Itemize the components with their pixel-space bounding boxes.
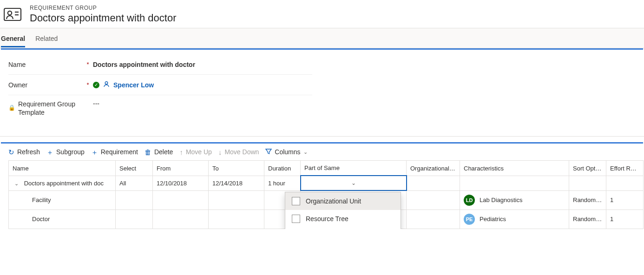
chevron-down-icon: ⌄ xyxy=(351,180,356,186)
field-row-name: Name * Doctors appointment with doctor xyxy=(8,54,312,75)
dropdown-option-location[interactable]: Location xyxy=(285,228,401,229)
part-of-same-dropdown[interactable]: Organizational Unit Resource Tree Locati… xyxy=(285,192,401,229)
cell-name[interactable]: Doctor xyxy=(9,210,116,229)
subgroup-label: Subgroup xyxy=(56,148,85,156)
col-effort[interactable]: Effort Require xyxy=(606,161,644,176)
tab-general[interactable]: General xyxy=(1,29,25,47)
cell-from[interactable]: 12/10/2018 xyxy=(153,176,209,190)
cell-to[interactable] xyxy=(209,190,264,210)
cell-org-unit[interactable] xyxy=(407,176,460,190)
col-select[interactable]: Select xyxy=(116,161,153,176)
cell-duration[interactable]: 1 hour xyxy=(264,176,301,190)
cell-characteristics[interactable]: LD Lab Diagnostics xyxy=(460,190,569,210)
delete-button[interactable]: 🗑 Delete xyxy=(145,148,173,156)
page-header: REQUIREMENT GROUP Doctors appointment wi… xyxy=(0,0,644,28)
entity-type-label: REQUIREMENT GROUP xyxy=(30,5,177,11)
checkbox-icon[interactable] xyxy=(292,215,300,223)
grid-row-root[interactable]: ⌄ Doctors appointment with doc All 12/10… xyxy=(9,176,644,190)
field-row-template: 🔒 Requirement Group Template --- xyxy=(8,95,312,117)
col-org-unit[interactable]: Organizational Unit xyxy=(407,161,460,176)
refresh-button[interactable]: ↻ Refresh xyxy=(8,148,40,156)
trash-icon: 🗑 xyxy=(145,149,151,156)
refresh-label: Refresh xyxy=(17,148,40,156)
avatar: LD xyxy=(464,195,475,206)
arrow-down-icon: ↓ xyxy=(218,149,222,156)
plus-icon: ＋ xyxy=(46,149,53,156)
cell-from[interactable] xyxy=(153,210,209,229)
row-name-text: Doctors appointment with doc xyxy=(24,180,104,187)
field-value-owner[interactable]: ✓ Spencer Low xyxy=(93,81,312,89)
filter-icon xyxy=(265,148,272,156)
columns-button[interactable]: Columns ⌄ xyxy=(265,148,307,156)
field-label-owner: Owner xyxy=(8,81,83,89)
cell-select[interactable] xyxy=(116,210,153,229)
cell-characteristics[interactable]: PE Pediatrics xyxy=(460,210,569,229)
field-value-name[interactable]: Doctors appointment with doctor xyxy=(93,61,312,68)
col-from[interactable]: From xyxy=(153,161,209,176)
dropdown-option-resource-tree[interactable]: Resource Tree xyxy=(285,210,401,228)
field-row-owner: Owner * ✓ Spencer Low xyxy=(8,75,312,95)
col-name[interactable]: Name xyxy=(9,161,116,176)
plus-icon: ＋ xyxy=(91,149,98,156)
dropdown-option-label: Organizational Unit xyxy=(306,197,361,205)
person-icon xyxy=(103,81,110,89)
cell-org-unit[interactable] xyxy=(407,190,460,210)
col-sort-option[interactable]: Sort Option xyxy=(569,161,606,176)
presence-icon: ✓ xyxy=(93,82,99,88)
cell-effort[interactable]: 1 xyxy=(606,210,644,229)
col-characteristics[interactable]: Characteristics xyxy=(460,161,569,176)
cell-sort[interactable] xyxy=(569,176,606,190)
form-general: Name * Doctors appointment with doctor O… xyxy=(0,50,321,131)
svg-point-4 xyxy=(105,82,108,85)
cell-characteristics[interactable] xyxy=(460,176,569,190)
cell-to[interactable] xyxy=(209,210,264,229)
move-up-button: ↑ Move Up xyxy=(179,148,212,156)
cell-to[interactable]: 12/14/2018 xyxy=(209,176,264,190)
chevron-down-icon: ⌄ xyxy=(303,150,308,155)
characteristic-label: Lab Diagnostics xyxy=(480,196,523,203)
cell-effort[interactable]: 1 xyxy=(606,190,644,210)
checkbox-icon[interactable] xyxy=(292,197,300,205)
col-duration[interactable]: Duration xyxy=(264,161,301,176)
owner-link[interactable]: Spencer Low xyxy=(113,81,154,89)
movedown-label: Move Down xyxy=(224,148,259,156)
cell-part-of-same-active[interactable]: ⌄ xyxy=(301,176,407,190)
cell-org-unit[interactable] xyxy=(407,210,460,229)
svg-point-1 xyxy=(8,11,12,15)
columns-label: Columns xyxy=(275,148,300,156)
field-value-template: --- xyxy=(93,100,312,107)
requirement-label: Requirement xyxy=(101,148,138,156)
col-part-of-same[interactable]: Part of Same xyxy=(301,161,407,176)
cell-name[interactable]: ⌄ Doctors appointment with doc xyxy=(9,176,116,190)
cell-sort[interactable]: Randomize xyxy=(569,210,606,229)
field-label-template: 🔒 Requirement Group Template xyxy=(8,100,83,117)
grid-command-bar: ↻ Refresh ＋ Subgroup ＋ Requirement 🗑 Del… xyxy=(0,144,644,160)
field-label-name: Name xyxy=(8,61,83,68)
characteristic-label: Pediatrics xyxy=(480,216,506,223)
cell-select[interactable]: All xyxy=(116,176,153,190)
grid-header-row: Name Select From To Duration Part of Sam… xyxy=(9,161,644,176)
chevron-down-icon[interactable]: ⌄ xyxy=(14,181,19,187)
avatar: PE xyxy=(464,214,475,225)
refresh-icon: ↻ xyxy=(8,149,14,156)
cell-effort[interactable] xyxy=(606,176,644,190)
col-to[interactable]: To xyxy=(209,161,264,176)
lock-icon: 🔒 xyxy=(8,105,15,112)
page-title: Doctors appointment with doctor xyxy=(30,12,177,24)
grid-section: ↻ Refresh ＋ Subgroup ＋ Requirement 🗑 Del… xyxy=(0,136,644,229)
cell-sort[interactable]: Randomize xyxy=(569,190,606,210)
field-label-template-text: Requirement Group Template xyxy=(18,100,83,117)
move-down-button: ↓ Move Down xyxy=(218,148,259,156)
dropdown-option-org-unit[interactable]: Organizational Unit xyxy=(285,192,401,210)
cell-from[interactable] xyxy=(153,190,209,210)
delete-label: Delete xyxy=(154,148,173,156)
required-marker: * xyxy=(83,61,93,68)
tab-related[interactable]: Related xyxy=(35,29,58,47)
subgroup-button[interactable]: ＋ Subgroup xyxy=(46,148,85,156)
entity-icon xyxy=(4,5,22,24)
cell-select[interactable] xyxy=(116,190,153,210)
requirement-button[interactable]: ＋ Requirement xyxy=(91,148,138,156)
tab-bar: General Related xyxy=(0,28,644,48)
arrow-up-icon: ↑ xyxy=(179,149,183,156)
cell-name[interactable]: Facility xyxy=(9,190,116,210)
